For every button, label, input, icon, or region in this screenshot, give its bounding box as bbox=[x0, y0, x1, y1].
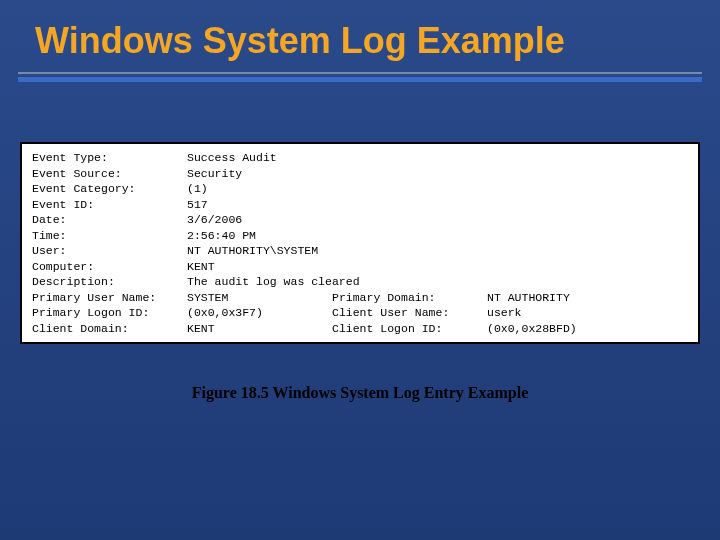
log-label: Primary Domain: bbox=[332, 290, 487, 306]
log-value: NT AUTHORITY\SYSTEM bbox=[187, 243, 318, 259]
log-label: Client Logon ID: bbox=[332, 321, 487, 337]
log-value: 2:56:40 PM bbox=[187, 228, 256, 244]
log-label: User: bbox=[32, 243, 187, 259]
log-label: Primary Logon ID: bbox=[32, 305, 187, 321]
log-label: Computer: bbox=[32, 259, 187, 275]
log-label: Description: bbox=[32, 274, 187, 290]
title-underline-gray bbox=[18, 72, 702, 74]
log-label: Client Domain: bbox=[32, 321, 187, 337]
log-row: Event ID: 517 bbox=[32, 197, 688, 213]
log-value: Success Audit bbox=[187, 150, 277, 166]
title-underline-blue bbox=[18, 77, 702, 82]
slide-title: Windows System Log Example bbox=[0, 0, 720, 72]
log-label: Event Source: bbox=[32, 166, 187, 182]
log-value: userk bbox=[487, 305, 688, 321]
log-value: 3/6/2006 bbox=[187, 212, 242, 228]
log-label: Primary User Name: bbox=[32, 290, 187, 306]
log-value: 517 bbox=[187, 197, 208, 213]
log-row: Description: The audit log was cleared bbox=[32, 274, 688, 290]
log-value: Security bbox=[187, 166, 242, 182]
log-row: Computer: KENT bbox=[32, 259, 688, 275]
log-row: Event Category: (1) bbox=[32, 181, 688, 197]
log-value: SYSTEM bbox=[187, 290, 332, 306]
log-row: User: NT AUTHORITY\SYSTEM bbox=[32, 243, 688, 259]
log-value: (0x0,0x3F7) bbox=[187, 305, 332, 321]
log-label: Client User Name: bbox=[332, 305, 487, 321]
log-row: Event Source: Security bbox=[32, 166, 688, 182]
log-box: Event Type: Success Audit Event Source: … bbox=[20, 142, 700, 344]
log-label: Event ID: bbox=[32, 197, 187, 213]
log-label: Date: bbox=[32, 212, 187, 228]
log-label: Event Category: bbox=[32, 181, 187, 197]
log-row: Client Domain: KENT Client Logon ID: (0x… bbox=[32, 321, 688, 337]
log-row: Date: 3/6/2006 bbox=[32, 212, 688, 228]
log-value: KENT bbox=[187, 321, 332, 337]
log-row: Primary Logon ID: (0x0,0x3F7) Client Use… bbox=[32, 305, 688, 321]
log-value: The audit log was cleared bbox=[187, 274, 360, 290]
log-label: Time: bbox=[32, 228, 187, 244]
log-row: Time: 2:56:40 PM bbox=[32, 228, 688, 244]
log-row: Event Type: Success Audit bbox=[32, 150, 688, 166]
log-value: (1) bbox=[187, 181, 208, 197]
log-value: KENT bbox=[187, 259, 215, 275]
log-label: Event Type: bbox=[32, 150, 187, 166]
figure-caption: Figure 18.5 Windows System Log Entry Exa… bbox=[0, 384, 720, 402]
log-value: NT AUTHORITY bbox=[487, 290, 688, 306]
log-value: (0x0,0x28BFD) bbox=[487, 321, 688, 337]
log-row: Primary User Name: SYSTEM Primary Domain… bbox=[32, 290, 688, 306]
